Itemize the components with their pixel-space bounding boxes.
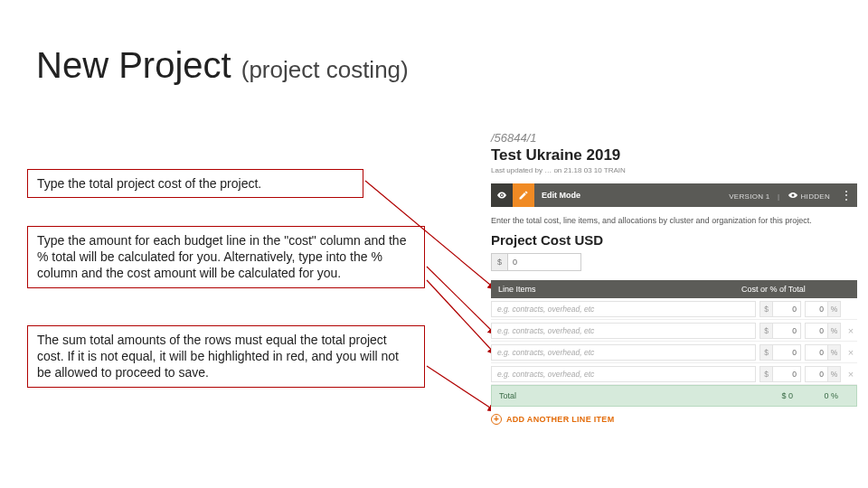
plus-icon: + — [491, 414, 502, 425]
table-row: e.g. contracts, overhead, etc $0 0% × — [491, 342, 857, 363]
slide-title: New Project (project costing) — [36, 45, 409, 86]
pct-suffix: % — [827, 367, 840, 381]
add-line-item-button[interactable]: + ADD ANOTHER LINE ITEM — [491, 414, 857, 425]
line-item-pct-input[interactable]: 0% — [805, 344, 841, 361]
overflow-menu[interactable]: ⋮ — [835, 189, 857, 202]
edit-mode-label: Edit Mode — [534, 191, 580, 200]
totals-row: Total $ 0 0 % — [491, 385, 857, 407]
embedded-screenshot: /56844/1 Test Ukraine 2019 Last updated … — [491, 131, 857, 425]
line-items-header: Line Items Cost or % of Total — [491, 280, 857, 298]
line-item-name-input[interactable]: e.g. contracts, overhead, etc — [491, 344, 756, 361]
svg-line-1 — [427, 267, 495, 334]
line-item-name-input[interactable]: e.g. contracts, overhead, etc — [491, 366, 756, 382]
hidden-text: HIDDEN — [801, 192, 830, 201]
project-cost-value: 0 — [508, 254, 580, 270]
line-item-pct-input[interactable]: 0% — [805, 301, 841, 317]
last-updated: Last updated by … on 21.18 03 10 TRAIN — [491, 166, 857, 174]
total-label: Total — [492, 391, 753, 400]
version-text: VERSION 1 — [729, 192, 769, 201]
title-sub: (project costing) — [241, 56, 409, 83]
line-item-cost-input[interactable]: $0 — [760, 301, 801, 317]
callout-1-text: Type the total project cost of the proje… — [37, 176, 261, 191]
cost-value: 0 — [773, 324, 800, 338]
hidden-eye-icon — [788, 190, 798, 201]
version-indicator: VERSION 1 | HIDDEN — [729, 190, 835, 201]
title-main: New Project — [36, 45, 231, 85]
cost-value: 0 — [773, 345, 800, 360]
line-item-pct-input[interactable]: 0% — [805, 323, 841, 339]
pct-suffix: % — [827, 324, 840, 338]
view-mode-button[interactable] — [491, 183, 513, 207]
cost-value: 0 — [773, 302, 800, 316]
pct-suffix: % — [827, 302, 840, 316]
table-row: e.g. contracts, overhead, etc $0 0% — [491, 298, 857, 320]
line-item-cost-input[interactable]: $0 — [760, 344, 801, 361]
dollar-prefix: $ — [760, 302, 773, 316]
header-cost: Cost or % of Total — [741, 285, 857, 294]
header-line-items: Line Items — [491, 285, 741, 294]
table-row: e.g. contracts, overhead, etc $0 0% × — [491, 363, 857, 385]
pct-value: 0 — [806, 345, 827, 360]
line-item-cost-input[interactable]: $0 — [760, 366, 801, 382]
pencil-icon — [518, 190, 529, 201]
callout-3-text: The sum total amounts of the rows must e… — [37, 333, 399, 380]
url-path: /56844/1 — [491, 131, 857, 145]
line-item-pct-input[interactable]: 0% — [805, 366, 841, 382]
delete-row-button[interactable]: × — [844, 325, 857, 336]
pct-value: 0 — [806, 367, 827, 381]
dollar-prefix: $ — [492, 254, 508, 270]
table-row: e.g. contracts, overhead, etc $0 0% × — [491, 320, 857, 342]
project-name: Test Ukraine 2019 — [491, 146, 857, 164]
svg-line-2 — [427, 280, 495, 354]
project-cost-input[interactable]: $ 0 — [491, 253, 581, 271]
cost-value: 0 — [773, 367, 800, 381]
callout-1: Type the total project cost of the proje… — [27, 169, 363, 198]
pct-value: 0 — [806, 324, 827, 338]
total-pct-value: 0 % — [798, 391, 844, 400]
edit-mode-button[interactable] — [513, 183, 534, 207]
line-item-cost-input[interactable]: $0 — [760, 323, 801, 339]
add-line-item-label: ADD ANOTHER LINE ITEM — [506, 415, 614, 424]
svg-line-3 — [427, 366, 495, 411]
delete-row-button[interactable]: × — [844, 347, 857, 358]
callout-3: The sum total amounts of the rows must e… — [27, 325, 425, 388]
mode-titlebar: Edit Mode VERSION 1 | HIDDEN ⋮ — [491, 183, 857, 207]
section-instructions: Enter the total cost, line items, and al… — [491, 216, 857, 225]
dollar-prefix: $ — [760, 367, 773, 381]
line-item-name-input[interactable]: e.g. contracts, overhead, etc — [491, 323, 756, 339]
callout-2: Type the amount for each budget line in … — [27, 226, 425, 288]
dollar-prefix: $ — [760, 324, 773, 338]
line-item-name-input[interactable]: e.g. contracts, overhead, etc — [491, 301, 756, 317]
pct-suffix: % — [827, 345, 840, 360]
delete-row-button[interactable]: × — [844, 369, 857, 380]
pct-value: 0 — [806, 302, 827, 316]
eye-icon — [496, 190, 507, 201]
total-cost-value: $ 0 — [753, 391, 798, 400]
dollar-prefix: $ — [760, 345, 773, 360]
callout-2-text: Type the amount for each budget line in … — [37, 233, 406, 280]
project-cost-heading: Project Cost USD — [491, 232, 857, 248]
